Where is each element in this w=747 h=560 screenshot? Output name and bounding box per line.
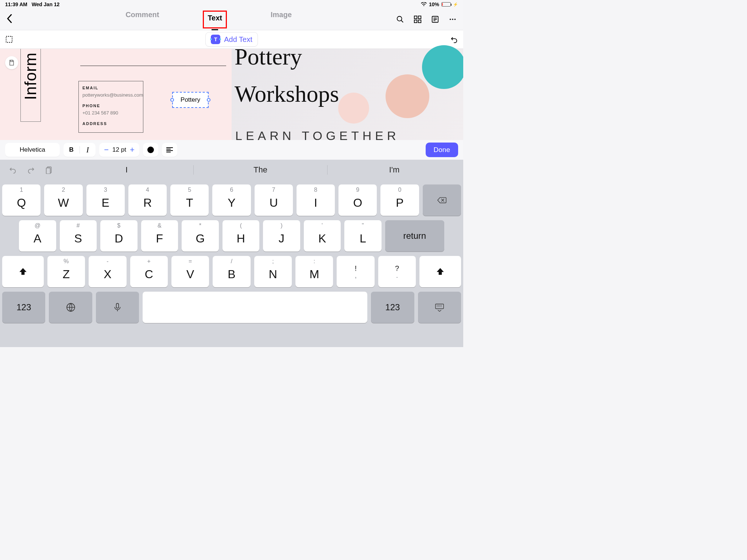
format-bar: Helvetica B I − 12 pt + Done (0, 140, 463, 160)
prediction-2[interactable]: The (193, 165, 327, 175)
key-d[interactable]: $D (100, 220, 138, 252)
key-w[interactable]: 2W (44, 184, 82, 216)
key-g[interactable]: *G (182, 220, 219, 252)
hide-keyboard-icon (435, 303, 444, 312)
save-icon (8, 59, 15, 66)
key-j[interactable]: )J (263, 220, 300, 252)
key-m[interactable]: :M (295, 256, 333, 287)
more-icon[interactable] (449, 15, 457, 23)
svg-point-8 (454, 19, 456, 20)
key-f[interactable]: &F (141, 220, 178, 252)
tab-text[interactable]: Text (203, 11, 227, 28)
done-button[interactable]: Done (426, 143, 458, 157)
selection-handle-left[interactable] (170, 98, 174, 102)
svg-rect-12 (46, 168, 50, 174)
key-u[interactable]: 7U (255, 184, 293, 216)
svg-point-0 (397, 16, 402, 21)
email-heading: EMAIL (82, 86, 139, 90)
title-line1: Pottery (235, 44, 302, 69)
status-date: Wed Jan 12 (32, 1, 60, 7)
search-icon[interactable] (396, 15, 404, 23)
key-punct-0[interactable]: !, (337, 256, 374, 287)
key-a[interactable]: @A (19, 220, 56, 252)
key-p[interactable]: 0P (380, 184, 419, 216)
kb-undo-icon[interactable] (9, 166, 17, 174)
key-o[interactable]: 9O (338, 184, 377, 216)
key-123-right[interactable]: 123 (371, 292, 414, 323)
key-mic[interactable] (96, 292, 139, 323)
key-s[interactable]: #S (60, 220, 97, 252)
selection-text: Pottery (181, 96, 200, 104)
text-selection-box[interactable]: Pottery (172, 92, 209, 108)
panel-icon[interactable] (431, 15, 439, 23)
size-decrease[interactable]: − (104, 145, 109, 155)
save-button[interactable] (5, 56, 18, 69)
svg-rect-2 (418, 16, 421, 19)
key-b[interactable]: /B (213, 256, 250, 287)
italic-button[interactable]: I (80, 145, 96, 155)
key-x[interactable]: -X (89, 256, 126, 287)
key-globe[interactable] (49, 292, 92, 323)
battery-icon (441, 2, 451, 7)
align-left-icon (166, 147, 173, 152)
key-l[interactable]: "L (344, 220, 382, 252)
svg-rect-9 (6, 36, 12, 43)
selection-icon[interactable] (5, 35, 13, 43)
key-123-left[interactable]: 123 (2, 292, 45, 323)
tool-bar: T Add Text (0, 30, 463, 49)
keyboard-toolbar: I The I'm (2, 160, 461, 180)
top-nav: Comment Text Image (0, 9, 463, 30)
wifi-icon (421, 2, 427, 7)
svg-point-7 (452, 19, 453, 20)
charging-icon: ⚡ (453, 2, 458, 7)
text-color-button[interactable] (143, 143, 158, 157)
document-canvas[interactable]: Inform EMAIL potteryworks@business.com P… (0, 49, 463, 140)
key-k[interactable]: 'K (304, 220, 341, 252)
mic-icon (113, 303, 122, 312)
chevron-left-icon (7, 14, 12, 23)
grid-icon[interactable] (414, 15, 422, 23)
svg-rect-15 (436, 304, 444, 309)
key-r[interactable]: 4R (128, 184, 167, 216)
font-size-value: 12 pt (112, 146, 126, 153)
svg-rect-4 (418, 20, 421, 23)
key-space[interactable] (143, 292, 367, 323)
key-v[interactable]: =V (171, 256, 209, 287)
bold-button[interactable]: B (63, 146, 80, 153)
address-heading: ADDRESS (82, 121, 139, 126)
font-size-stepper: − 12 pt + (99, 143, 139, 157)
key-y[interactable]: 6Y (212, 184, 251, 216)
key-c[interactable]: +C (130, 256, 168, 287)
back-button[interactable] (7, 14, 21, 24)
undo-icon[interactable] (450, 35, 458, 43)
phone-value: +01 234 567 890 (82, 110, 139, 116)
size-increase[interactable]: + (130, 145, 135, 155)
key-i[interactable]: 8I (297, 184, 335, 216)
key-backspace[interactable] (423, 184, 461, 216)
key-hide-keyboard[interactable] (418, 292, 461, 323)
phone-heading: PHONE (82, 104, 139, 108)
key-t[interactable]: 5T (170, 184, 209, 216)
key-e[interactable]: 3E (86, 184, 125, 216)
key-punct-1[interactable]: ?. (378, 256, 416, 287)
key-z[interactable]: %Z (47, 256, 85, 287)
selection-handle-right[interactable] (207, 98, 210, 102)
prediction-3[interactable]: I'm (327, 165, 461, 175)
tab-comment[interactable]: Comment (125, 11, 159, 28)
shift-icon (18, 267, 28, 276)
key-q[interactable]: 1Q (2, 184, 40, 216)
prediction-1[interactable]: I (60, 165, 193, 175)
kb-redo-icon[interactable] (27, 166, 35, 174)
tab-image[interactable]: Image (271, 11, 292, 28)
key-h[interactable]: (H (222, 220, 260, 252)
align-button[interactable] (162, 143, 177, 157)
key-shift-right[interactable] (419, 256, 461, 287)
svg-point-6 (450, 19, 451, 20)
key-return[interactable]: return (385, 220, 444, 252)
key-n[interactable]: ;N (254, 256, 292, 287)
key-shift-left[interactable] (2, 256, 44, 287)
keyboard: I The I'm 1Q2W3E4R5T6Y7U8I9O0P @A#S$D&F*… (0, 160, 463, 347)
font-selector[interactable]: Helvetica (5, 143, 60, 157)
shift-icon (436, 267, 445, 276)
kb-clipboard-icon[interactable] (45, 166, 53, 174)
